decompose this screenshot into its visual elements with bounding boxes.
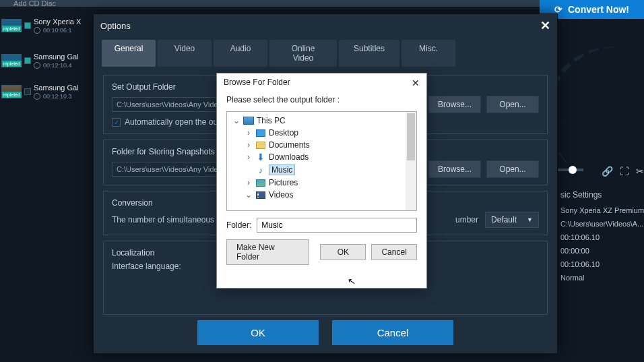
tree-node-music[interactable]: ♪Music [227,163,416,177]
tree-node-pictures[interactable]: ›Pictures [227,177,416,189]
convert-label: Convert Now! [568,4,629,15]
auto-open-checkbox[interactable]: ✓ [112,118,121,127]
number-select[interactable]: Default ▼ [485,212,539,228]
item-time: 00:10:06.1 [43,27,72,34]
add-disc-btn[interactable]: Add CD Disc [13,0,56,7]
dialog-title: Options [100,21,131,31]
thumbnail: mpleted [1,85,22,98]
cancel-button[interactable]: Cancel [332,320,453,345]
select-value: Default [491,215,517,224]
tab-bar: General Video Audio Online Video Subtitl… [94,37,557,69]
checkbox[interactable] [24,57,31,64]
node-label: Pictures [269,178,298,187]
folder-tree[interactable]: ⌄This PC ›Desktop ›Documents ›⬇Downloads… [226,111,417,211]
checkbox[interactable] [24,22,31,29]
checkbox[interactable] [24,88,31,95]
item-title: Samsung Gal [34,84,79,92]
tab-misc[interactable]: Misc. [401,40,455,67]
browse-folder-dialog: Browse For Folder ✕ Please select the ou… [216,73,427,289]
expand-icon[interactable]: › [245,178,253,187]
open-button[interactable]: Open... [486,160,539,178]
clock-icon [34,27,40,34]
info-row: 00:10:06.10 [556,231,644,244]
basic-settings-panel: sic Settings Sony Xperia XZ Premium C:\U… [556,186,644,284]
close-icon[interactable]: ✕ [540,18,550,33]
completed-badge: mpleted [2,92,22,98]
conversion-text: The number of simultaneous vid [112,215,227,224]
completed-badge: mpleted [2,26,22,32]
info-row: 00:00:00 [556,244,644,258]
thumbnail: mpleted [1,54,22,67]
tree-node-downloads[interactable]: ›⬇Downloads [227,151,416,163]
film-reel-decoration [556,20,644,162]
tab-audio[interactable]: Audio [214,40,267,67]
make-new-folder-button[interactable]: Make New Folder [226,239,309,265]
expand-icon[interactable]: ⛶ [620,166,629,177]
folder-label: Folder: [226,220,251,230]
tab-video[interactable]: Video [158,40,212,67]
clock-icon [34,93,40,100]
desktop-icon [256,129,265,137]
link-icon[interactable]: 🔗 [602,166,613,177]
list-item[interactable]: mpleted Samsung Gal 00:12:10.3 [0,81,94,102]
chevron-down-icon: ▼ [527,216,533,223]
conversion-label: umber [455,215,478,224]
pc-icon [243,117,254,125]
ok-button[interactable]: OK [320,244,366,260]
completed-badge: mpleted [2,61,22,67]
auto-open-label: Automatically open the outp [125,117,224,127]
right-controls: 🔗 ⛶ ✂ [602,166,644,177]
download-icon: ⬇ [257,152,265,162]
scrollbar[interactable] [406,112,416,210]
list-item[interactable]: mpleted Sony Xperia X 00:10:06.1 [0,15,94,36]
node-label: Music [269,164,295,175]
expand-icon[interactable]: › [245,128,253,138]
node-label: Documents [269,140,310,150]
browse-prompt: Please select the output folder : [217,92,426,111]
expand-icon[interactable]: › [245,152,253,162]
cut-icon[interactable]: ✂ [636,166,644,177]
collapse-icon[interactable]: ⌄ [232,116,240,125]
tree-node-this-pc[interactable]: ⌄This PC [227,115,416,127]
node-label: Videos [269,190,293,200]
info-row: Sony Xperia XZ Premium [556,204,644,217]
info-row: 00:10:06.10 [556,258,644,271]
folder-name-input[interactable] [257,218,417,233]
browse-button[interactable]: Browse... [428,160,481,178]
thumbnail: mpleted [1,19,22,32]
tab-online-video[interactable]: Online Video [269,40,337,67]
browse-title: Browse For Folder [224,78,290,88]
node-label: This PC [257,116,286,125]
cancel-button[interactable]: Cancel [371,244,417,260]
list-item[interactable]: mpleted Samsung Gal 00:12:10.4 [0,50,94,71]
videos-icon [256,191,265,199]
panel-header: sic Settings [556,186,644,204]
tree-node-desktop[interactable]: ›Desktop [227,127,416,139]
expand-icon[interactable]: › [245,140,253,150]
info-row: C:\Users\user\Videos\A... [556,217,644,231]
node-label: Downloads [269,152,309,162]
collapse-icon[interactable]: ⌄ [245,190,253,200]
folder-icon [256,142,265,149]
item-title: Sony Xperia X [34,18,81,26]
node-label: Desktop [269,128,298,138]
open-button[interactable]: Open... [486,96,539,113]
tree-node-videos[interactable]: ⌄Videos [227,189,416,201]
info-row: Normal [556,271,644,284]
clock-icon [34,62,40,69]
music-icon: ♪ [259,165,263,175]
tab-general[interactable]: General [102,40,156,67]
tree-node-documents[interactable]: ›Documents [227,139,416,151]
slider-knob[interactable] [569,166,577,174]
item-time: 00:12:10.3 [43,93,72,100]
pictures-icon [256,179,265,187]
close-icon[interactable]: ✕ [412,78,420,88]
file-list: mpleted Sony Xperia X 00:10:06.1 mpleted… [0,15,94,102]
item-title: Samsung Gal [34,53,79,61]
item-time: 00:12:10.4 [43,62,72,69]
browse-button[interactable]: Browse... [428,96,481,113]
tab-subtitles[interactable]: Subtitles [339,40,399,67]
ok-button[interactable]: OK [197,320,319,345]
scrollbar-thumb[interactable] [407,113,415,160]
